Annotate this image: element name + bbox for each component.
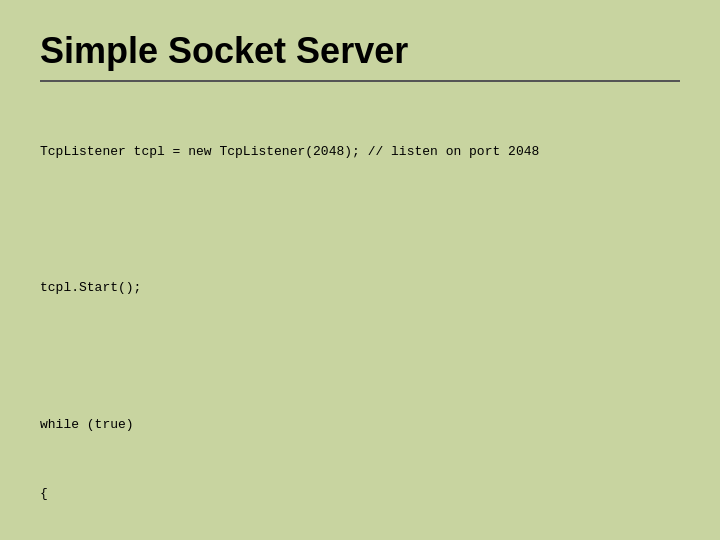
- slide-container: Simple Socket Server TcpListener tcpl = …: [0, 0, 720, 540]
- code-block: TcpListener tcpl = new TcpListener(2048)…: [40, 100, 680, 540]
- slide-title: Simple Socket Server: [40, 30, 680, 82]
- code-line-6: {: [40, 484, 680, 505]
- code-line-4: [40, 347, 680, 368]
- code-line-1: TcpListener tcpl = new TcpListener(2048)…: [40, 142, 680, 163]
- code-line-3: tcpl.Start();: [40, 278, 680, 299]
- code-line-2: [40, 210, 680, 231]
- code-line-5: while (true): [40, 415, 680, 436]
